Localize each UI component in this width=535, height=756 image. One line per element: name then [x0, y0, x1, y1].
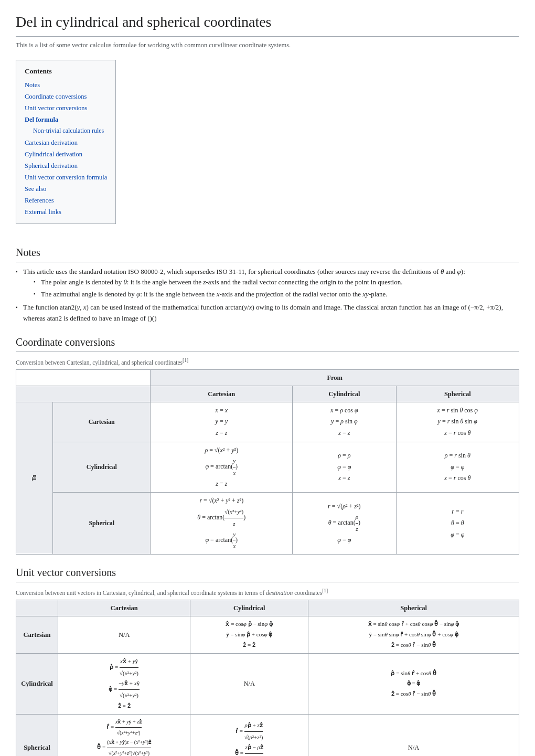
uv-cyl-sph: ρ̂ = sinθ r̂ + cosθ θ̂ φ̂ = φ̂ ẑ = cosθ …	[308, 653, 519, 714]
uv-sph-sph: N/A	[308, 714, 519, 756]
cyl-from-cyl: ρ = ρ φ = φ z = z	[293, 442, 396, 493]
uv-cart-cyl: x̂ = cosφ ρ̂ − sinφ φ̂ ŷ = sinφ ρ̂ + cos…	[190, 616, 308, 653]
cyl-from-sph: ρ = r sin θ φ = φ z = r cos θ	[396, 442, 519, 493]
notes-heading: Notes	[16, 244, 519, 262]
page-subtitle: This is a list of some vector calculus f…	[16, 40, 519, 50]
uv-sph-cart: r̂ = xx̂ + yŷ + zẑ√(x²+y²+z²) θ̂ = (xx̂ …	[58, 714, 190, 756]
toc-item-notes[interactable]: Notes	[25, 80, 107, 90]
sph-from-cart: r = √(x² + y² + z²) θ = arctan(√(x²+y²)z…	[151, 493, 293, 555]
coord-heading: Coordinate conversions	[16, 334, 519, 352]
toc-item-extlinks[interactable]: External links	[25, 207, 107, 217]
cart-from-cart: x = x y = y z = z	[151, 402, 293, 442]
toc-item-nontrivial[interactable]: Non-trivial calculation rules	[33, 126, 107, 136]
toc-item-refs[interactable]: References	[25, 195, 107, 206]
uv-cylindrical-col: Cylindrical	[190, 600, 308, 616]
to-header: To	[16, 402, 53, 554]
toc-item-unit[interactable]: Unit vector conversions	[25, 103, 107, 113]
uv-cyl-cyl: N/A	[190, 653, 308, 714]
toc-item-coord[interactable]: Coordinate conversions	[25, 91, 107, 102]
unit-heading: Unit vector conversions	[16, 564, 519, 582]
spherical-row-header: Spherical	[53, 493, 151, 555]
note-item-2: The function atan2(y, x) can be used ins…	[16, 302, 519, 324]
cart-from-sph: x = r sin θ cos φ y = r sin θ sin φ z = …	[396, 402, 519, 442]
toc-item-cartesian[interactable]: Cartesian derivation	[25, 137, 107, 148]
cylindrical-row-header: Cylindrical	[53, 442, 151, 493]
cart-from-cyl: x = ρ cos φ y = ρ sin φ z = z	[293, 402, 396, 442]
toc-item-cylindrical[interactable]: Cylindrical derivation	[25, 149, 107, 159]
from-header: From	[151, 369, 519, 386]
uv-spherical-row: Spherical	[16, 714, 58, 756]
unit-vector-table: Cartesian Cylindrical Spherical Cartesia…	[16, 600, 519, 756]
uv-cylindrical-row: Cylindrical	[16, 653, 58, 714]
note-sub-1: The polar angle is denoted by θ: it is t…	[34, 277, 519, 288]
toc-list: Notes Coordinate conversions Unit vector…	[25, 80, 107, 217]
note-sub-2: The azimuthal angle is denoted by φ: it …	[34, 289, 519, 300]
toc-item-spherical[interactable]: Spherical derivation	[25, 161, 107, 171]
uv-cartesian-row: Cartesian	[16, 616, 58, 653]
uv-cart-sph: x̂ = sinθ cosφ r̂ + cosθ cosφ θ̂ − sinφ …	[308, 616, 519, 653]
toc-title: Contents	[25, 66, 107, 77]
sph-from-sph: r = r θ = θ φ = φ	[396, 493, 519, 555]
uv-cart-cart: N/A	[58, 616, 190, 653]
coord-table: From Cartesian Cylindrical Spherical To …	[16, 369, 519, 555]
coord-caption: Conversion between Cartesian, cylindrica…	[16, 356, 519, 367]
table-of-contents: Contents Notes Coordinate conversions Un…	[16, 60, 116, 224]
cyl-from-cart: ρ = √(x² + y²) φ = arctan(yx) z = z	[151, 442, 293, 493]
uv-spherical-col: Spherical	[308, 600, 519, 616]
spherical-col-header: Spherical	[396, 386, 519, 402]
uv-sph-cyl: r̂ = ρρ̂ + zẑ√(ρ²+z²) θ̂ = zρ̂ − ρẑ√(ρ²+…	[190, 714, 308, 756]
sph-from-cyl: r = √(ρ² + z²) θ = arctan(ρz) φ = φ	[293, 493, 396, 555]
page-title: Del in cylindrical and spherical coordin…	[16, 10, 519, 37]
unit-caption: Conversion between unit vectors in Carte…	[16, 587, 519, 598]
cartesian-row-header: Cartesian	[53, 402, 151, 442]
note-item-1: This article uses the standard notation …	[16, 267, 519, 300]
toc-item-seealso[interactable]: See also	[25, 184, 107, 194]
cartesian-col-header: Cartesian	[151, 386, 293, 402]
cylindrical-col-header: Cylindrical	[293, 386, 396, 402]
uv-cartesian-col: Cartesian	[58, 600, 190, 616]
uv-cyl-cart: ρ̂ = xx̂ + yŷ√(x²+y²) φ̂ = −yx̂ + xŷ√(x²…	[58, 653, 190, 714]
toc-item-del[interactable]: Del formula Non-trivial calculation rule…	[25, 114, 107, 136]
toc-item-uvformula[interactable]: Unit vector conversion formula	[25, 172, 107, 183]
notes-list: This article uses the standard notation …	[16, 267, 519, 324]
